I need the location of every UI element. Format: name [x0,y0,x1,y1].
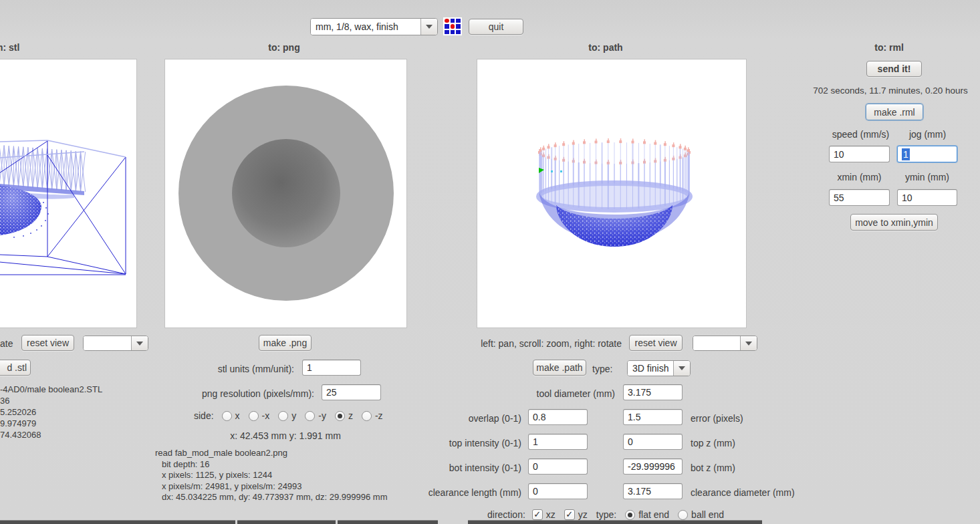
fab-icon-cell [445,24,449,28]
load-stl-button[interactable]: d .stl [0,360,31,376]
bottom-panel-edge [0,520,235,524]
path-camera-select[interactable] [693,336,757,351]
radio-icon[interactable] [278,411,288,421]
stl-info-line: 36 [0,395,102,406]
header-to-rml: to: rml [822,42,956,53]
preset-select[interactable]: mm, 1/8, wax, finish [310,18,438,35]
stl-units-input[interactable]: 1 [302,360,361,376]
clearance-diameter-input[interactable]: 3.175 [623,483,683,499]
xmin-value: 55 [834,192,844,203]
bot-intensity-label: bot intensity (0-1) [388,463,521,473]
side-option-label: z [348,410,353,421]
path-camera-select-arrow[interactable] [740,336,757,350]
end-type-label: type: [596,509,616,520]
png-info-block: read fab_mod_male boolean2.png bit depth… [155,448,387,503]
png-info-line: x pixels: 1125, y pixels: 1244 [155,470,387,481]
path-view-canvas[interactable] [477,59,747,328]
end-type-ball[interactable]: ball end [678,509,724,520]
side-option-neg-z[interactable]: -z [362,410,383,421]
direction-label: direction: [487,509,525,520]
bot-z-label: bot z (mm) [691,463,735,473]
path-type-select-arrow[interactable] [673,361,690,376]
side-radio-group: side: x -x y -y z -z [194,409,392,422]
png-view-canvas[interactable] [164,59,407,328]
top-intensity-input[interactable]: 1 [528,434,588,450]
side-option-label: -y [318,410,326,421]
radio-icon[interactable] [222,411,232,421]
send-it-button[interactable]: send it! [866,61,922,77]
stl-camera-select-value [84,336,131,350]
jog-label: jog (mm) [896,129,959,140]
ymin-input[interactable]: 10 [897,189,957,206]
bot-intensity-value: 0 [533,461,538,472]
overlap-input[interactable]: 0.8 [528,409,588,425]
error-value: 1.5 [628,412,640,422]
chevron-down-icon [679,366,685,370]
png-resolution-label: png resolution (pixels/mm): [114,388,314,399]
speed-input[interactable]: 10 [829,146,890,162]
end-type-flat[interactable]: flat end [625,509,669,520]
side-option-neg-x[interactable]: -x [249,410,270,421]
direction-yz[interactable]: yz [564,509,588,520]
checkbox-icon[interactable] [532,509,543,520]
chevron-down-icon [745,342,752,346]
clearance-length-input[interactable]: 0 [528,483,588,499]
xmin-input[interactable]: 55 [829,189,890,206]
fab-icon-cell [445,30,449,34]
preset-select-value: mm, 1/8, wax, finish [311,19,420,35]
side-option-label: -z [375,410,383,421]
make-rml-label: make .rml [874,107,914,118]
side-option-z[interactable]: z [335,410,353,421]
toolpath-3d [477,59,746,328]
radio-icon[interactable] [249,411,259,421]
direction-xz[interactable]: xz [532,509,556,520]
top-intensity-value: 1 [533,436,538,447]
stl-view-canvas[interactable] [0,59,137,328]
stl-reset-view-button[interactable]: reset view [21,335,74,351]
path-camera-select-value [693,336,740,350]
radio-icon[interactable] [625,510,635,520]
stl-camera-select-arrow[interactable] [131,336,148,350]
preset-select-arrow[interactable] [420,19,437,35]
radio-icon[interactable] [362,411,372,421]
stl-camera-select[interactable] [83,336,148,351]
bottom-panel-edge [468,520,762,524]
side-option-neg-y[interactable]: -y [305,410,326,421]
quit-button[interactable]: quit [469,19,523,35]
make-rml-button[interactable]: make .rml [866,104,923,120]
path-type-select[interactable]: 3D finish [627,360,691,376]
tool-diameter-label: tool diameter (mm) [481,388,615,399]
radio-icon[interactable] [305,411,315,421]
make-path-button[interactable]: make .path [533,360,586,376]
fab-icon-cell [456,24,461,28]
checkbox-icon[interactable] [564,509,575,520]
jog-input[interactable]: 1 [897,146,957,162]
top-z-input[interactable]: 0 [623,434,683,450]
move-to-xmin-ymin-button[interactable]: move to xmin,ymin [850,214,938,231]
direction-option-label: xz [546,509,556,520]
stl-mouse-hint: ate [0,338,13,349]
png-resolution-value: 25 [326,387,337,398]
jog-value: 1 [902,148,910,160]
radio-icon[interactable] [335,411,345,421]
radio-icon[interactable] [678,510,688,520]
fab-icon-cell [451,24,455,28]
bot-intensity-input[interactable]: 0 [528,458,588,475]
png-resolution-input[interactable]: 25 [322,384,381,400]
side-option-y[interactable]: y [278,410,296,421]
path-reset-view-button[interactable]: reset view [629,335,683,351]
move-to-xmin-ymin-label: move to xmin,ymin [855,217,933,228]
end-type-option-label: ball end [691,509,724,520]
bottom-panel-edge [237,520,336,524]
error-input[interactable]: 1.5 [623,409,683,425]
tool-diameter-input[interactable]: 3.175 [623,384,683,400]
fab-icon-cell [456,30,461,34]
png-info-line: bit depth: 16 [155,459,387,471]
fab-icon-cell [451,30,455,34]
ymin-label: ymin (mm) [897,172,957,182]
stl-units-label: stl units (mm/unit): [160,364,294,374]
fab-icon-cell [445,19,449,23]
side-option-x[interactable]: x [222,410,240,421]
bot-z-input[interactable]: -29.999996 [623,458,683,475]
make-png-button[interactable]: make .png [259,335,312,351]
